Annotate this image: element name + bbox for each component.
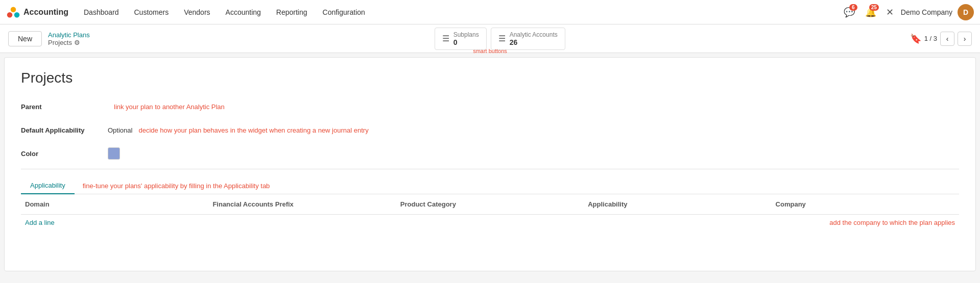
col-domain: Domain [21, 198, 208, 210]
subplans-label: Subplans [453, 31, 479, 38]
default-applicability-label: Default Applicability [21, 126, 108, 134]
menu-configuration[interactable]: Configuration [316, 5, 372, 19]
alerts-badge: 25 [869, 4, 879, 11]
messages-button[interactable]: 💬 6 [841, 4, 857, 20]
breadcrumb: Analytic Plans Projects ⚙ [48, 31, 90, 46]
odoo-logo-icon [6, 5, 20, 19]
col-applicability: Applicability [584, 198, 771, 210]
top-menu: Dashboard Customers Vendors Accounting R… [77, 5, 839, 19]
color-picker[interactable] [108, 147, 120, 160]
alerts-button[interactable]: 🔔 25 [863, 4, 879, 20]
svg-point-1 [11, 7, 16, 12]
app-name: Accounting [23, 8, 68, 17]
col-product-category: Product Category [396, 198, 584, 210]
main-form: Projects Parent link your plan to anothe… [4, 57, 976, 271]
top-navigation: Accounting Dashboard Customers Vendors A… [0, 0, 980, 24]
default-applicability-value[interactable]: Optional [108, 126, 132, 134]
analytic-accounts-content: Analytic Accounts 26 [510, 31, 558, 46]
bookmark-icon[interactable]: 🔖 [910, 33, 921, 44]
company-name[interactable]: Demo Company [901, 8, 952, 16]
col-financial-accounts-prefix: Financial Accounts Prefix [208, 198, 396, 210]
record-title: Projects [21, 70, 959, 86]
new-button[interactable]: New [8, 31, 42, 46]
company-hint: add the company to which the plan applie… [825, 215, 959, 230]
svg-point-0 [7, 12, 13, 18]
previous-page-button[interactable]: ‹ [940, 32, 954, 46]
close-button[interactable]: ✕ [884, 5, 896, 20]
subheader-bar: New Analytic Plans Projects ⚙ ☰ Subplans… [0, 24, 980, 53]
breadcrumb-parent[interactable]: Analytic Plans [48, 31, 90, 39]
menu-vendors[interactable]: Vendors [177, 5, 217, 19]
smart-buttons-area: ☰ Subplans 0 ☰ Analytic Accounts 26 smar… [96, 28, 904, 50]
table-body: Add a line add the company to which the … [21, 215, 959, 230]
smart-buttons-caption: smart buttons [473, 48, 507, 54]
svg-point-2 [14, 12, 20, 18]
menu-accounting[interactable]: Accounting [219, 5, 268, 19]
parent-field-row: Parent link your plan to another Analyti… [21, 98, 959, 115]
subplans-smart-button[interactable]: ☰ Subplans 0 [435, 28, 487, 50]
list-icon: ☰ [442, 34, 449, 43]
color-label: Color [21, 150, 108, 158]
topnav-right-controls: 💬 6 🔔 25 ✕ Demo Company D [841, 4, 974, 20]
page-info: 1 / 3 [924, 35, 937, 42]
default-applicability-hint: decide how your plan behaves in the widg… [138, 126, 368, 134]
menu-customers[interactable]: Customers [127, 5, 176, 19]
record-pagination: 🔖 1 / 3 ‹ › [910, 32, 972, 46]
user-avatar[interactable]: D [958, 4, 974, 20]
app-logo[interactable]: Accounting [6, 5, 68, 19]
list-icon-2: ☰ [498, 34, 506, 43]
page-current: 1 [924, 35, 928, 42]
breadcrumb-current-row: Projects ⚙ [48, 39, 90, 46]
menu-reporting[interactable]: Reporting [269, 5, 315, 19]
settings-gear-icon[interactable]: ⚙ [74, 39, 80, 46]
table-header: Domain Financial Accounts Prefix Product… [21, 194, 959, 215]
tab-applicability[interactable]: Applicability [21, 177, 75, 194]
breadcrumb-current: Projects [48, 39, 72, 46]
tab-hint: fine-tune your plans' applicability by f… [83, 177, 270, 194]
menu-dashboard[interactable]: Dashboard [77, 5, 126, 19]
messages-badge: 6 [849, 4, 857, 11]
col-company: Company [772, 198, 959, 210]
form-divider [21, 169, 959, 169]
next-page-button[interactable]: › [958, 32, 972, 46]
analytic-accounts-count: 26 [510, 38, 518, 46]
analytic-accounts-label: Analytic Accounts [510, 31, 558, 38]
tabs-row: Applicability fine-tune your plans' appl… [21, 177, 959, 194]
page-total: 3 [934, 35, 937, 42]
default-applicability-field-row: Default Applicability Optional decide ho… [21, 122, 959, 138]
parent-hint: link your plan to another Analytic Plan [114, 103, 225, 111]
color-field-row: Color [21, 145, 959, 162]
subplans-count: 0 [453, 38, 458, 46]
subplans-content: Subplans 0 [453, 31, 479, 46]
parent-label: Parent [21, 103, 108, 111]
add-line-button[interactable]: Add a line [21, 215, 59, 230]
analytic-accounts-smart-button[interactable]: ☰ Analytic Accounts 26 [491, 28, 565, 50]
